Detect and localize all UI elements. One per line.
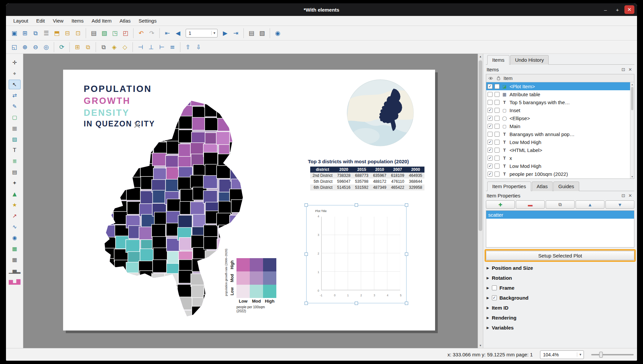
undo-button[interactable]: ↶	[136, 28, 146, 38]
tab-guides[interactable]: Guides	[553, 182, 579, 191]
align-left-button[interactable]: ⊣	[136, 42, 145, 52]
zoom-full-button[interactable]: ◱	[9, 42, 19, 52]
item-visibility-checkbox[interactable]	[488, 132, 493, 137]
print-button[interactable]: ▤	[89, 28, 99, 38]
add-attribute-table-tool[interactable]: ▦	[9, 244, 21, 254]
selection-handle-e[interactable]	[405, 253, 408, 256]
scroll-up-icon[interactable]: ▲	[478, 54, 483, 59]
add-plot-button[interactable]: ✚	[486, 200, 515, 209]
layout-manager-button[interactable]: ☰	[41, 28, 51, 38]
item-lock-checkbox[interactable]	[495, 92, 500, 97]
section-checkbox[interactable]	[492, 285, 497, 290]
items-tree-row[interactable]: T <HTML Label>	[486, 146, 634, 154]
item-lock-checkbox[interactable]	[495, 140, 500, 145]
districts-table-item[interactable]: district20202015201020072000 2nd Distric…	[310, 167, 424, 190]
item-lock-checkbox[interactable]	[495, 148, 500, 153]
pan-tool[interactable]: ✛	[9, 58, 21, 67]
menu-settings[interactable]: Settings	[135, 17, 160, 25]
zoom-tool[interactable]: ⌖	[9, 69, 21, 78]
layout-canvas[interactable]: PopulationGrowthDensityin Quezon City ✕	[23, 54, 478, 348]
item-visibility-checkbox[interactable]	[488, 164, 493, 169]
titlebar[interactable]: *With elements – + ✕	[6, 3, 637, 16]
plot-list-row[interactable]: scatter	[486, 211, 634, 219]
menu-atlas[interactable]: Atlas	[116, 17, 134, 25]
item-lock-checkbox[interactable]	[495, 156, 500, 161]
item-visibility-checkbox[interactable]	[488, 172, 493, 177]
item-visibility-checkbox[interactable]	[488, 92, 493, 97]
zoom-out-button[interactable]: ⊖	[31, 42, 41, 52]
zoom-level-combobox[interactable]: 104.4% ▾	[540, 350, 584, 359]
atlas-last-button[interactable]: ⇥	[231, 28, 241, 38]
items-tree-row[interactable]: ◪ <Plot Item>	[486, 82, 634, 90]
item-lock-checkbox[interactable]	[495, 164, 500, 169]
float-panel-icon[interactable]: ⊡	[620, 193, 627, 198]
scroll-up-icon[interactable]: ▲	[630, 82, 634, 86]
atlas-previous-button[interactable]: ◀	[173, 28, 183, 38]
raise-items-button[interactable]: ⇧	[183, 42, 193, 52]
section-rotation[interactable]: ▶ Rotation	[486, 273, 634, 283]
duplicate-plot-button[interactable]: ⧉	[546, 200, 575, 209]
section-position-and-size[interactable]: ▶ Position and Size	[486, 263, 634, 273]
scrollbar-thumb[interactable]	[631, 87, 633, 110]
items-tree-row[interactable]: ▢ Inset	[486, 106, 634, 114]
selection-handle-sw[interactable]	[305, 302, 308, 305]
item-visibility-checkbox[interactable]	[488, 116, 493, 121]
item-lock-checkbox[interactable]	[495, 100, 500, 105]
section-background[interactable]: ▶ Background	[486, 293, 634, 303]
item-lock-checkbox[interactable]	[495, 172, 500, 177]
export-pdf-button[interactable]: ◰	[121, 28, 131, 38]
close-panel-icon[interactable]: ✕	[627, 193, 634, 198]
distribute-items-button[interactable]: ≡	[167, 42, 177, 52]
menu-add-item[interactable]: Add Item	[88, 17, 115, 25]
add-marker-tool[interactable]: ★	[9, 200, 21, 210]
item-lock-checkbox[interactable]	[495, 84, 500, 89]
load-template-button[interactable]: ⊡	[73, 28, 83, 38]
section-checkbox[interactable]	[492, 295, 497, 300]
section-item-id[interactable]: ▶ Item ID	[486, 303, 634, 313]
save-layout-button[interactable]: ▣	[9, 28, 19, 38]
scrollbar-thumb[interactable]	[479, 60, 482, 231]
items-tree-row[interactable]: T x	[486, 154, 634, 162]
add-label-tool[interactable]: T	[9, 145, 21, 155]
duplicate-page-button[interactable]: ⧉	[83, 42, 93, 52]
zoom-in-button[interactable]: ⊕	[20, 42, 30, 52]
items-tree-row[interactable]: T Low Mod High	[486, 138, 634, 146]
zoom-actual-button[interactable]: ◎	[41, 42, 51, 52]
edit-nodes-tool[interactable]: ✎	[9, 102, 21, 111]
table-heading[interactable]: Top 3 districts with most population (20…	[304, 159, 413, 164]
inset-map-item[interactable]	[346, 79, 414, 147]
add-node-item-tool[interactable]: ∿	[9, 222, 21, 232]
slider-knob[interactable]	[599, 352, 603, 358]
plot-layout-item[interactable]: Plot Title 43210 -1012345	[306, 205, 407, 303]
bivariate-legend-item[interactable]: population growth rate (2000–2020) HighM…	[222, 255, 285, 315]
items-tree-row[interactable]: T Top 5 barangays with the…	[486, 98, 634, 106]
selection-handle-se[interactable]	[405, 302, 408, 305]
item-visibility-checkbox[interactable]	[488, 140, 493, 145]
float-panel-icon[interactable]: ⊡	[620, 67, 627, 72]
layout-page[interactable]: PopulationGrowthDensityin Quezon City ✕	[63, 70, 435, 330]
export-svg-button[interactable]: ◳	[110, 28, 120, 38]
redo-button[interactable]: ↷	[147, 28, 157, 38]
align-right-button[interactable]: ⊢	[157, 42, 167, 52]
add-fixed-table-tool[interactable]: ▦	[9, 255, 21, 264]
open-layout-button[interactable]: ⬒	[52, 28, 62, 38]
items-tree-row[interactable]: T Barangays with annual pop…	[486, 130, 634, 138]
tab-item-properties[interactable]: Item Properties	[487, 182, 531, 191]
add-shape-tool[interactable]: ▲	[9, 189, 21, 199]
section-rendering[interactable]: ▶ Rendering	[486, 313, 634, 323]
items-tree-row[interactable]: T Low Mod High	[486, 162, 634, 170]
menu-items[interactable]: Items	[68, 17, 87, 25]
items-tree-row[interactable]: ▢ Main	[486, 122, 634, 130]
export-image-button[interactable]: ▧	[99, 28, 109, 38]
section-variables[interactable]: ▶ Variables	[486, 323, 634, 332]
add-scalebar-tool[interactable]: ▤	[9, 167, 21, 177]
setup-selected-plot-button[interactable]: Setup Selected Plot	[486, 251, 634, 260]
zoom-slider[interactable]	[591, 351, 634, 358]
item-lock-checkbox[interactable]	[495, 116, 500, 121]
items-tree-row[interactable]: ◯ <Ellipse>	[486, 114, 634, 122]
canvas-vertical-scrollbar[interactable]: ▲ ▼	[478, 54, 483, 348]
chevron-down-icon[interactable]: ▾	[211, 31, 217, 35]
atlas-first-button[interactable]: ⇤	[162, 28, 172, 38]
item-visibility-checkbox[interactable]	[488, 100, 493, 105]
menu-edit[interactable]: Edit	[33, 17, 48, 25]
